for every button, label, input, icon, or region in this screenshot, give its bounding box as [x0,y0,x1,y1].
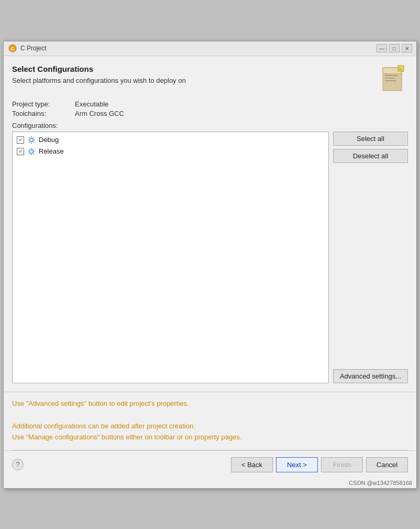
toolchains-label: Toolchains: [12,110,75,117]
svg-text:C: C [11,46,15,51]
right-column: Select all Deselect all Advanced setting… [333,132,408,383]
content-area: Select Configurations Select platforms a… [4,56,416,392]
release-label: Release [39,147,64,155]
deselect-all-button[interactable]: Deselect all [333,149,408,163]
info-line-1: Use "Advanced settings" button to edit p… [12,398,408,409]
svg-rect-4 [385,75,397,76]
info-box: Use "Advanced settings" button to edit p… [4,392,416,450]
release-gear-icon [27,147,36,156]
maximize-button[interactable]: □ [389,44,400,52]
config-list[interactable]: Debug Release [12,132,329,383]
footer: ? < Back Next > Finish Cancel [4,450,416,479]
info-line-2 [12,409,408,420]
select-all-button[interactable]: Select all [333,132,408,146]
debug-gear-icon [27,136,36,144]
svg-rect-6 [385,80,396,81]
titlebar: C C Project — □ ✕ [4,41,416,56]
debug-label: Debug [39,136,59,144]
debug-checkbox[interactable] [17,136,24,144]
watermark: CSDN @w13427858168 [4,479,416,488]
page-subtitle: Select platforms and configurations you … [12,77,374,84]
help-button[interactable]: ? [12,459,24,470]
info-line-4: Use "Manage configurations" buttons eith… [12,432,408,442]
info-text: Use "Advanced settings" button to edit p… [12,398,408,442]
main-panel: Select Configurations Select platforms a… [12,64,408,383]
wizard-icon [381,64,408,92]
app-icon: C [8,44,17,53]
svg-point-9 [30,138,34,142]
header-section: Select Configurations Select platforms a… [12,64,408,92]
svg-rect-5 [385,78,395,79]
toolchains-value: Arm Cross GCC [75,110,408,117]
release-checkbox[interactable] [17,148,24,155]
configurations-label: Configurations: [12,122,408,129]
advanced-settings-button[interactable]: Advanced settings... [333,369,408,383]
header-text: Select Configurations Select platforms a… [12,64,374,84]
minimize-button[interactable]: — [377,44,387,52]
window-controls: — □ ✕ [377,44,412,52]
window-title: C Project [20,45,377,52]
watermark-text: CSDN @w13427858168 [349,480,412,486]
middle-row: Debug Release [12,132,408,383]
project-info: Project type: Executable Toolchains: Arm… [12,100,408,117]
project-type-value: Executable [75,100,408,108]
next-button[interactable]: Next > [276,457,318,472]
project-type-label: Project type: [12,100,75,108]
cancel-button[interactable]: Cancel [366,457,408,472]
config-item-release[interactable]: Release [15,146,326,157]
main-window: C C Project — □ ✕ Select Configurations … [3,41,417,489]
svg-point-10 [30,149,34,153]
page-title: Select Configurations [12,64,374,73]
finish-button[interactable]: Finish [321,457,363,472]
config-item-debug[interactable]: Debug [15,134,326,146]
info-line-3: Additional configurations can be added a… [12,421,408,431]
back-button[interactable]: < Back [231,457,273,472]
close-button[interactable]: ✕ [402,44,412,52]
